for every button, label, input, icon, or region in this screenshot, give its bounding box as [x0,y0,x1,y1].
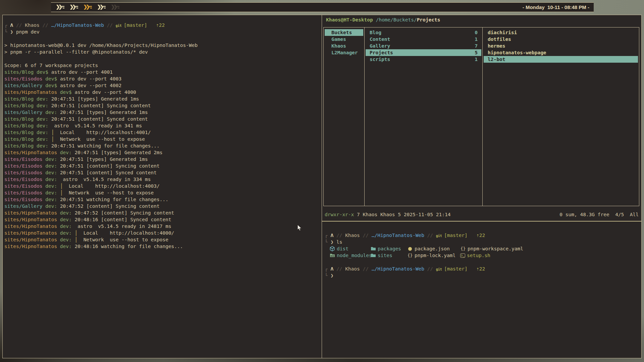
desktop: { "palette":{ "terminal_bg":"#2a2625","b… [0,0,644,362]
terminal-line: sites/HipnoTanatos dev$ astro dev --port… [4,89,322,96]
file-manager-path-header: Khaos@HT-Desktop /home/Buckets/Projects [326,17,440,22]
terminal-left-pane[interactable]: ┌ Λ // Khaos // …/HipnoTanatos-Web // gi… [2,15,322,358]
braces-icon: {} [460,246,466,251]
workspace-switcher [51,5,119,10]
file-row-diachirisi[interactable]: diachirisi [484,29,638,36]
terminal-line: sites/HipnoTanatos dev: 20:47:52 [conten… [4,209,322,216]
file-row-Content[interactable]: Content1 [366,36,481,43]
terminal-line: > pnpm -r --parallel --filter @hipnotana… [4,49,322,55]
workspace-4-icon[interactable] [98,5,106,10]
file-entry-setup.sh: ❯_setup.sh [460,252,490,259]
terminal-line: sites/Gallery dev$ astro dev --port 4002 [4,82,322,89]
file-row-Khaos[interactable]: Khaos [325,43,363,49]
ls-command-prompt: ┌ Λ // Khaos // …/HipnoTanatos-Web // gi… [325,232,641,245]
file-entry-node_modules: node_modules [329,252,372,259]
terminal-line: sites/Eisodos dev: 20:47:51 [types] Gene… [4,156,322,163]
terminal-line: sites/HipnoTanatos dev: │ Local http://l… [4,230,322,236]
idle-prompt: ┌ Λ // Khaos // …/HipnoTanatos-Web // gi… [325,265,641,279]
terminal-left-output: ┌ Λ // Khaos // …/HipnoTanatos-Web // gi… [3,15,322,250]
file-entry-package.json: package.json [407,245,450,252]
terminal-line: sites/Eisodos dev: │ Local http://localh… [4,183,322,189]
folder-icon [370,246,376,251]
blank-line [325,259,641,265]
terminal-line: ┌ Λ // Khaos // …/HipnoTanatos-Web // gi… [4,22,322,28]
terminal-line: sites/Blog dev: │ Network use --host to … [4,136,322,142]
ls-output: distpackagespackage.json{}pnpm-workspace… [325,245,641,259]
file-row-L2Manager[interactable]: L2Manager [325,49,363,56]
clock: - Monday 10-11 - 08:48 PM - [523,4,594,10]
subfile-count: 0 [475,29,478,36]
file-manager-pane[interactable]: Khaos@HT-Desktop /home/Buckets/Projects … [322,15,642,221]
terminal-line: sites/Blog dev: 20:47:51 [content] Synce… [4,116,322,122]
top-bar: - Monday 10-11 - 08:48 PM - [51,2,594,12]
terminal-line: sites/Gallery dev: 20:47:52 [content] Sy… [4,203,322,209]
file-row-Games[interactable]: Games [325,36,363,43]
preview-column: diachirisidotfileshermeshipnotanatos-web… [483,27,639,206]
terminal-line: sites/Blog dev$ astro dev --port 4001 [4,69,322,75]
terminal-line: sites/HipnoTanatos dev: │ Network use --… [4,236,322,243]
terminal-line [4,55,322,62]
terminal-line: sites/Eisodos dev: 20:47:51 [content] Sy… [4,169,322,176]
file-row-Gallery[interactable]: Gallery7 [366,43,481,49]
terminal-line: sites/Eisodos dev: │ Network use --host … [4,189,322,196]
terminal-line: sites/HipnoTanatos dev: 20:47:51 [types]… [4,149,322,156]
terminal-right-output: ┌ Λ // Khaos // …/HipnoTanatos-Web // gi… [322,222,641,279]
subfile-count: 1 [475,56,478,63]
terminal-line: sites/Blog dev: 20:47:51 watching for fi… [4,142,322,149]
current-directory-column: Blog0Content1Gallery7Projects5scripts1 [365,27,483,206]
terminal-line: └ ❯ pnpm dev [4,28,322,35]
file-entry-pnpm-workspace.yaml: {}pnpm-workspace.yaml [460,245,523,252]
folder-icon [370,253,376,258]
terminal-line: sites/Blog dev: │ Local http://localhost… [4,129,322,136]
terminal-line: sites/Blog dev: 20:47:51 [types] Generat… [4,96,322,102]
package-box-icon [329,246,335,251]
braces-icon: {} [407,253,413,258]
terminal-line: > hipnotanatos-web@0.0.1 dev /home/Khaos… [4,42,322,49]
mouse-pointer-icon [297,225,303,233]
file-entry-dist: dist [329,245,348,252]
subfile-count: 1 [475,36,478,43]
npm-folder-icon [329,253,335,258]
workspace-5-icon[interactable] [111,5,119,10]
file-row-dotfiles[interactable]: dotfiles [484,36,638,43]
terminal-line: ┌ Λ // Khaos // …/HipnoTanatos-Web // gi… [325,265,641,272]
file-row-Blog[interactable]: Blog0 [366,29,481,36]
workspace-2-icon[interactable] [70,5,78,10]
subfile-count: 7 [475,43,478,49]
file-manager-columns: BucketsGamesKhaosL2Manager Blog0Content1… [323,27,639,206]
shell-script-icon: ❯_ [460,253,465,258]
file-permissions-status: drwxr-xr-x 7 Khaos Khaos 5 2025-11-05 21… [325,211,450,218]
file-manager-statusbar: drwxr-xr-x 7 Khaos Khaos 5 2025-11-05 21… [325,211,639,218]
ls-row: distpackagespackage.json{}pnpm-workspace… [325,245,641,252]
terminal-line: sites/HipnoTanatos dev: 20:48:16 [conten… [4,216,322,223]
terminal-right-pane[interactable]: ┌ Λ // Khaos // …/HipnoTanatos-Web // gi… [322,221,642,358]
file-entry-pnpm-lock.yaml: {}pnpm-lock.yaml [407,252,455,259]
terminal-line: └ ❯ ls [325,239,641,245]
file-row-l2-bot[interactable]: l2-bot [484,56,638,63]
file-row-hermes[interactable]: hermes [484,43,638,49]
terminal-line: └ ❯ [325,272,641,279]
subfile-count: 5 [475,49,478,56]
disk-usage-status: 0 sum, 48.3G free 4/5 All [559,211,639,218]
terminal-line: sites/Gallery dev: 20:47:51 [types] Gene… [4,109,322,116]
json-circle-icon [407,246,413,251]
terminal-line: sites/Eisodos dev: 20:47:51 watching for… [4,196,322,203]
terminal-line: sites/Blog dev: 20:47:51 [content] Synci… [4,102,322,109]
workspace-3-icon[interactable] [84,5,92,10]
terminal-line: sites/HipnoTanatos dev: 20:48:16 watchin… [4,243,322,250]
file-row-hipnotanatos-webpage[interactable]: hipnotanatos-webpage [484,49,638,56]
workspace-1-icon[interactable] [56,5,64,10]
file-row-Buckets[interactable]: Buckets [325,29,363,36]
file-entry-sites: sites [370,252,392,259]
terminal-line [4,35,322,42]
file-row-Projects[interactable]: Projects5 [366,49,481,56]
terminal-line: sites/Blog dev: astro v5.14.5 ready in 3… [4,122,322,129]
terminal-line: Scope: 6 of 7 workspace projects [4,62,322,69]
file-entry-packages: packages [370,245,401,252]
terminal-line: ┌ Λ // Khaos // …/HipnoTanatos-Web // gi… [325,232,641,239]
terminal-line: sites/Eisodos dev: astro v5.14.5 ready i… [4,176,322,183]
terminal-line: sites/Eisodos dev: 20:47:51 [content] Sy… [4,163,322,169]
terminal-line: sites/Eisodos dev$ astro dev --port 4003 [4,75,322,82]
file-row-scripts[interactable]: scripts1 [366,56,481,63]
ls-row: node_modulessites{}pnpm-lock.yaml❯_setup… [325,252,641,259]
